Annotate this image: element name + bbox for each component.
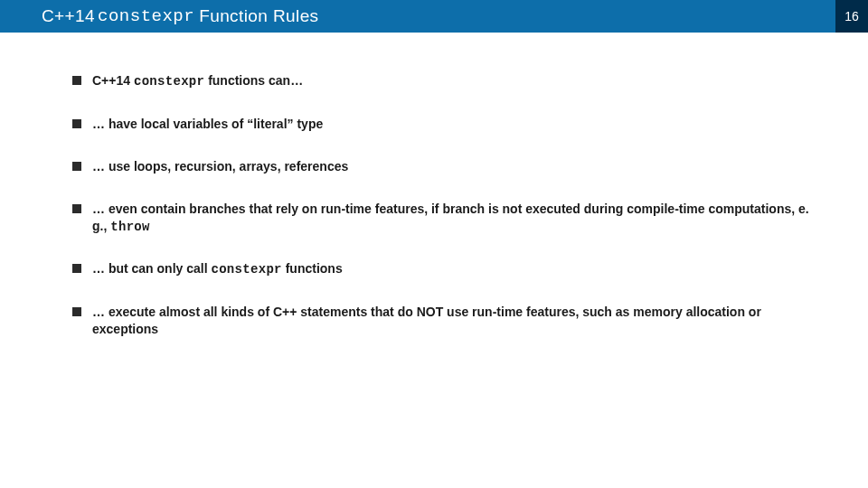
- bullet-list: C++14 constexpr functions can…… have loc…: [72, 72, 826, 338]
- bullet-item: … use loops, recursion, arrays, referenc…: [72, 158, 826, 175]
- bullet-item: C++14 constexpr functions can…: [72, 72, 826, 90]
- code-span: constexpr: [134, 74, 204, 89]
- bullet-item: … but can only call constexpr functions: [72, 260, 826, 278]
- text-span: … but can only call: [92, 261, 211, 276]
- title-prefix: C++14: [42, 6, 95, 26]
- slide-content: C++14 constexpr functions can…… have loc…: [0, 33, 868, 338]
- slide-title: C++14 constexpr Function Rules: [0, 0, 835, 33]
- bullet-item: … execute almost all kinds of C++ statem…: [72, 304, 826, 338]
- bullet-item: … have local variables of “literal” type: [72, 116, 826, 133]
- title-code: constexpr: [98, 6, 194, 26]
- code-span: throw: [110, 220, 150, 234]
- text-span: C++14: [92, 73, 134, 88]
- text-span: functions can…: [204, 73, 303, 88]
- title-suffix: Function Rules: [199, 6, 318, 26]
- bullet-item: … even contain branches that rely on run…: [72, 201, 826, 236]
- text-span: functions: [282, 261, 343, 276]
- slide-header: C++14 constexpr Function Rules 16: [0, 0, 868, 33]
- page-number: 16: [835, 0, 868, 33]
- code-span: constexpr: [211, 262, 281, 277]
- text-span: … even contain branches that rely on run…: [92, 202, 809, 233]
